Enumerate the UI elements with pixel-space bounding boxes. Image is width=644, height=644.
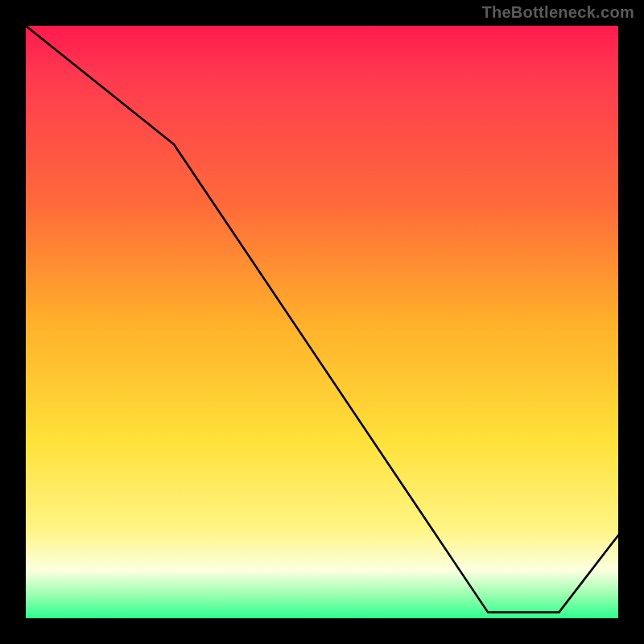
bottleneck-curve	[26, 26, 618, 613]
watermark-text: TheBottleneck.com	[481, 3, 634, 22]
plot-area	[26, 26, 618, 618]
chart-stage: TheBottleneck.com	[0, 0, 644, 644]
line-svg	[26, 26, 618, 618]
